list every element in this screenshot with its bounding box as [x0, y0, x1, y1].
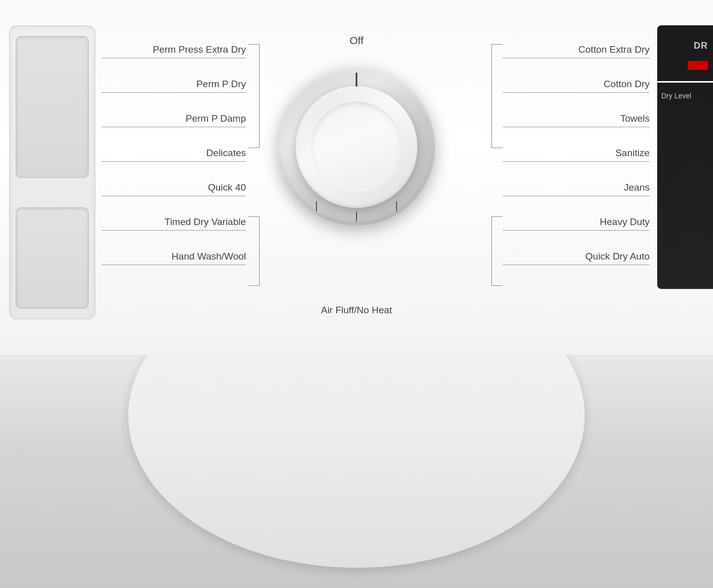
bracket-right-lower	[491, 216, 503, 286]
label-sanitize: Sanitize	[503, 148, 650, 162]
air-fluff-label: Air Fluff/No Heat	[321, 305, 392, 316]
white-bar	[657, 81, 713, 83]
label-cotton-dry: Cotton Dry	[503, 79, 650, 93]
dial-left-indicator-icon	[316, 201, 317, 211]
bracket-right-upper	[491, 44, 503, 148]
dial-indicator-icon	[356, 72, 358, 87]
dial-right-indicator-icon	[396, 201, 397, 211]
label-jeans: Jeans	[503, 182, 650, 196]
label-heavy-duty: Heavy Duty	[503, 216, 650, 231]
right-module: DR Dry Level	[657, 25, 713, 289]
label-hand-wash-wool: Hand Wash/Wool	[101, 251, 246, 265]
label-perm-p-damp: Perm P Damp	[101, 113, 246, 127]
bracket-left-upper	[248, 44, 260, 148]
label-cotton-extra-dry: Cotton Extra Dry	[503, 44, 650, 58]
label-perm-press-extra-dry: Perm Press Extra Dry	[101, 44, 246, 58]
label-quick-40: Quick 40	[101, 182, 246, 196]
label-quick-dry-auto: Quick Dry Auto	[503, 251, 650, 265]
door-panel-inner-top	[16, 36, 89, 178]
dial-knob-container[interactable]	[278, 68, 435, 226]
dry-level-label: Dry Level	[661, 91, 710, 100]
control-panel: DR Dry Level Off Perm Press Extra Dry Pe…	[0, 0, 713, 365]
label-perm-p-dry: Perm P Dry	[101, 79, 246, 93]
dr-label: DR	[694, 41, 708, 51]
off-label: Off	[349, 34, 364, 47]
door-panel	[9, 25, 95, 319]
dial-outer-ring[interactable]	[278, 68, 435, 226]
appliance-wrapper: DR Dry Level Off Perm Press Extra Dry Pe…	[0, 0, 713, 588]
drum-door-arc	[128, 355, 585, 568]
dial-inner-ring	[296, 86, 417, 208]
drum-area	[0, 355, 713, 588]
dial-bottom-indicator-icon	[356, 211, 357, 222]
bracket-left-lower	[248, 216, 260, 286]
label-delicates: Delicates	[101, 148, 246, 162]
label-towels: Towels	[503, 113, 650, 127]
door-panel-inner-bottom	[16, 207, 89, 309]
dial-core	[311, 101, 402, 193]
label-timed-dry-variable: Timed Dry Variable	[101, 216, 246, 231]
red-indicator-icon	[688, 61, 708, 70]
